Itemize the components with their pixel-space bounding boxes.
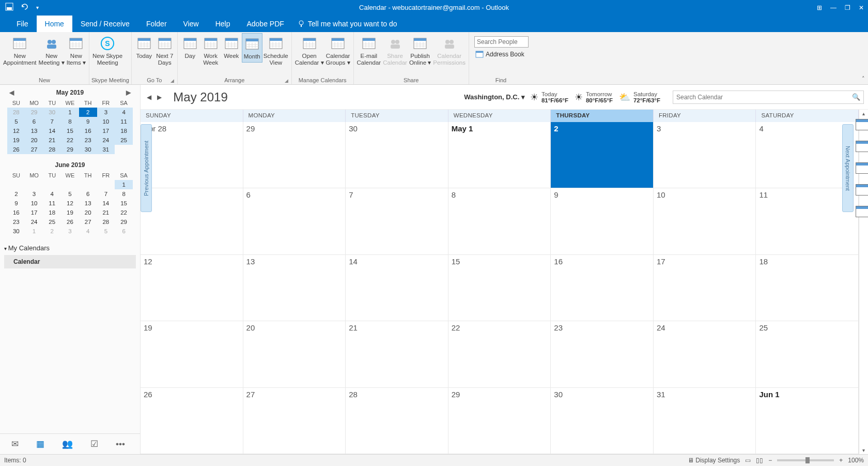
peek-workweek-icon[interactable] bbox=[856, 141, 866, 149]
calendar-cell[interactable]: 9 bbox=[551, 188, 654, 254]
calendar-cell[interactable]: 5 bbox=[141, 188, 243, 254]
ribbon-options-icon[interactable]: ⊞ bbox=[817, 4, 822, 11]
minical-day[interactable]: 24 bbox=[25, 217, 43, 227]
minical-day[interactable]: 27 bbox=[25, 145, 43, 154]
minical-day[interactable]: 14 bbox=[43, 126, 61, 136]
minical-day[interactable]: 18 bbox=[43, 208, 61, 217]
calendar-cell[interactable]: 10 bbox=[654, 188, 756, 254]
minical-day[interactable]: 29 bbox=[25, 108, 43, 117]
calendar-cell[interactable]: 6 bbox=[243, 188, 346, 254]
minical-day[interactable]: 27 bbox=[79, 217, 97, 227]
dialog-launcher-icon[interactable]: ◢ bbox=[285, 78, 288, 83]
calendar-cell[interactable]: 22 bbox=[448, 321, 551, 387]
minical-day[interactable]: 8 bbox=[61, 117, 79, 126]
minical-day[interactable]: 6 bbox=[79, 189, 97, 199]
collapse-ribbon-icon[interactable]: ˄ bbox=[862, 76, 865, 82]
calendar-cell[interactable]: 13 bbox=[243, 255, 346, 321]
calendar-cell[interactable]: 24 bbox=[654, 321, 756, 387]
qat-customize-icon[interactable]: ▾ bbox=[36, 5, 39, 10]
view-reading-icon[interactable]: ▯▯ bbox=[756, 457, 763, 464]
calendar-cell[interactable]: 29 bbox=[243, 122, 346, 188]
minical-day[interactable] bbox=[61, 180, 79, 189]
tab-send-receive[interactable]: Send / Receive bbox=[72, 16, 138, 32]
people-nav-icon[interactable]: 👥 bbox=[62, 439, 73, 449]
calendar-nav-icon[interactable]: ▦ bbox=[36, 439, 44, 449]
qat-save-icon[interactable] bbox=[5, 3, 13, 12]
next-month-icon[interactable]: ▶ bbox=[155, 94, 164, 101]
calendar-cell[interactable]: 26 bbox=[141, 388, 243, 454]
minical-day[interactable]: 7 bbox=[43, 117, 61, 126]
minical-day[interactable]: 18 bbox=[115, 126, 133, 136]
calendar-cell[interactable]: 31 bbox=[654, 388, 756, 454]
minical-day[interactable] bbox=[25, 180, 43, 189]
minical-day[interactable]: 12 bbox=[61, 199, 79, 208]
zoom-slider[interactable] bbox=[777, 459, 834, 461]
calendar-cell[interactable]: May 1 bbox=[448, 122, 551, 188]
minical-day[interactable]: 28 bbox=[7, 108, 25, 117]
tab-adobe-pdf[interactable]: Adobe PDF bbox=[238, 16, 292, 32]
tab-view[interactable]: View bbox=[175, 16, 207, 32]
minical-day[interactable]: 16 bbox=[7, 208, 25, 217]
ribbon-new-appointment-button[interactable]: New Appointment bbox=[2, 33, 38, 68]
minical-day[interactable]: 25 bbox=[115, 136, 133, 145]
calendar-cell[interactable]: 12 bbox=[141, 255, 243, 321]
minical-day[interactable]: 17 bbox=[97, 126, 115, 136]
tab-file[interactable]: File bbox=[8, 16, 37, 32]
calendar-cell[interactable]: 3 bbox=[654, 122, 756, 188]
minical-day[interactable]: 1 bbox=[115, 180, 133, 189]
calendar-cell[interactable]: 17 bbox=[654, 255, 756, 321]
minimize-icon[interactable]: — bbox=[830, 4, 836, 11]
minical-day[interactable]: 17 bbox=[25, 208, 43, 217]
minical-day[interactable]: 4 bbox=[79, 227, 97, 236]
minical-day[interactable]: 1 bbox=[61, 108, 79, 117]
scroll-down-icon[interactable]: ▾ bbox=[859, 447, 868, 453]
minical-day[interactable]: 12 bbox=[7, 126, 25, 136]
ribbon-schedule-view-button[interactable]: Schedule View bbox=[262, 33, 289, 68]
tab-help[interactable]: Help bbox=[207, 16, 239, 32]
minical-prev-icon[interactable]: ◀ bbox=[7, 89, 16, 96]
minical-day[interactable] bbox=[43, 180, 61, 189]
dialog-launcher-icon[interactable]: ◢ bbox=[171, 78, 174, 83]
calendar-cell[interactable]: 15 bbox=[448, 255, 551, 321]
minical-day[interactable]: 31 bbox=[97, 145, 115, 154]
calendar-cell[interactable]: 20 bbox=[243, 321, 346, 387]
mail-nav-icon[interactable]: ✉ bbox=[11, 439, 19, 449]
minical-day[interactable]: 5 bbox=[61, 189, 79, 199]
peek-month-icon[interactable] bbox=[856, 184, 866, 192]
calendar-cell[interactable]: 2 bbox=[551, 122, 654, 188]
zoom-level[interactable]: 100% bbox=[848, 457, 864, 464]
minical-day[interactable]: 3 bbox=[97, 108, 115, 117]
calendar-cell[interactable]: 7 bbox=[346, 188, 448, 254]
ribbon-calendar-groups-button[interactable]: Calendar Groups ▾ bbox=[325, 33, 351, 68]
prev-month-icon[interactable]: ◀ bbox=[145, 94, 153, 101]
minical-day[interactable]: 9 bbox=[7, 199, 25, 208]
ribbon-publish-online-button[interactable]: Publish Online ▾ bbox=[408, 33, 432, 68]
calendar-cell[interactable]: 8 bbox=[448, 188, 551, 254]
minical-day[interactable]: 15 bbox=[61, 126, 79, 136]
minical-day[interactable]: 2 bbox=[7, 189, 25, 199]
tell-me[interactable]: Tell me what you want to do bbox=[292, 16, 402, 32]
ribbon-month-button[interactable]: Month bbox=[242, 33, 262, 63]
view-normal-icon[interactable]: ▭ bbox=[745, 457, 751, 464]
minical-day[interactable]: 23 bbox=[79, 136, 97, 145]
calendar-cell[interactable]: Apr 28 bbox=[141, 122, 243, 188]
minical-day[interactable]: 16 bbox=[79, 126, 97, 136]
minical-day[interactable]: 2 bbox=[79, 108, 97, 117]
next-appointment-tab[interactable]: Next Appointment bbox=[842, 124, 854, 212]
calendar-cell[interactable]: Jun 1 bbox=[756, 388, 859, 454]
calendar-cell[interactable]: 14 bbox=[346, 255, 448, 321]
minical-day[interactable]: 23 bbox=[7, 217, 25, 227]
minical-day[interactable]: 26 bbox=[7, 145, 25, 154]
calendar-cell[interactable]: 30 bbox=[551, 388, 654, 454]
minical-day[interactable]: 19 bbox=[61, 208, 79, 217]
minical-day[interactable]: 28 bbox=[97, 217, 115, 227]
minical-day[interactable]: 11 bbox=[43, 199, 61, 208]
ribbon-new-meeting-button[interactable]: New Meeting ▾ bbox=[38, 33, 66, 68]
tab-folder[interactable]: Folder bbox=[138, 16, 175, 32]
minical-day[interactable] bbox=[115, 145, 133, 154]
minical-day[interactable] bbox=[79, 180, 97, 189]
calendar-cell[interactable]: 28 bbox=[346, 388, 448, 454]
search-people-input[interactable] bbox=[474, 36, 529, 48]
minical-day[interactable]: 13 bbox=[25, 126, 43, 136]
minical-day[interactable]: 21 bbox=[97, 208, 115, 217]
